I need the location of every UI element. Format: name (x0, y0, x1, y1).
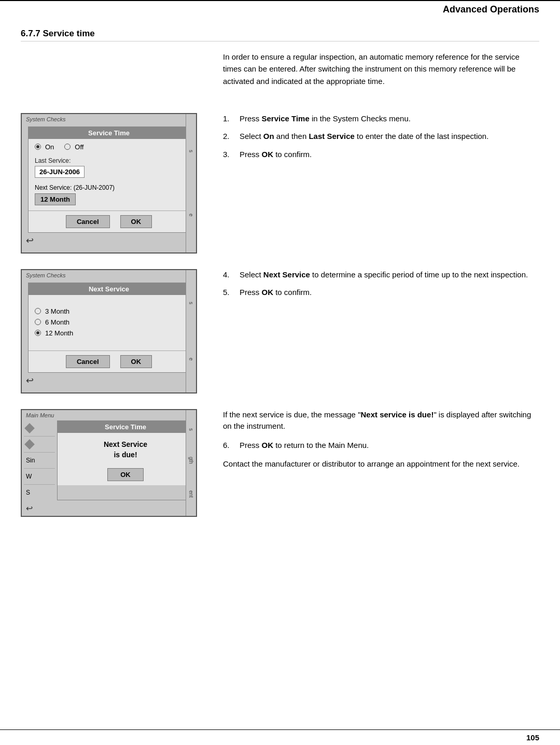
screen2-ok-btn[interactable]: OK (120, 355, 152, 368)
screen1-dialog: Service Time On (28, 126, 190, 233)
screen1-footer: Cancel OK (29, 210, 189, 232)
screen1-radio-row: On Off (35, 143, 183, 153)
screen1-back-arrow[interactable]: ↩ (26, 235, 34, 243)
header-title: Advanced Operations (443, 4, 539, 15)
screen2-radio1 (35, 308, 41, 314)
step2-text: Select On and then Last Service to enter… (240, 131, 539, 143)
screen1-on-label: On (45, 143, 54, 151)
screen1-ok-btn[interactable]: OK (120, 215, 152, 228)
screen2-footer: Cancel OK (29, 350, 189, 372)
screen3-strip-gth: gth (188, 457, 194, 464)
screen3-back-arrow[interactable]: ↩ (26, 503, 33, 513)
screen2-radio3 (35, 330, 41, 336)
step-3: 3. Press OK to confirm. (223, 149, 539, 161)
steps-1-3: 1. Press Service Time in the System Chec… (223, 113, 539, 167)
screen1-top-label: System Checks (26, 116, 65, 122)
screen2-topbar: System Checks (22, 270, 196, 279)
screen3-left-menu: Sin W S (24, 420, 55, 500)
screen3-row5: S (24, 485, 55, 500)
step6-num: 6. (223, 440, 235, 452)
screen2-wrapper: System Checks Next Service 3 Month (21, 269, 207, 393)
intro-paragraph: In order to ensure a regular inspection,… (223, 51, 539, 87)
screen1-month-btn[interactable]: 12 Month (35, 193, 76, 205)
screen2-option3[interactable]: 12 Month (35, 329, 183, 337)
step6-ok-bold: OK (262, 441, 274, 449)
screen2-top-label: System Checks (26, 272, 65, 278)
screen3-dialog-body: Next Service is due! OK (58, 433, 193, 485)
screen3-top-label: Main Menu (26, 412, 54, 418)
intro-text: In order to ensure a regular inspection,… (223, 51, 539, 97)
screen1-strip-char-s: s (188, 150, 194, 152)
step4-num: 4. (223, 269, 235, 281)
screen3-ok-btn[interactable]: OK (107, 468, 144, 481)
step-4: 4. Select Next Service to determine a sp… (223, 269, 539, 281)
screen1-month-btn-wrapper: 12 Month (35, 193, 183, 205)
screen1-mockup: System Checks Service Time On (21, 113, 197, 254)
screen1-last-service-label: Last Service: (35, 157, 183, 164)
screen2-body: 3 Month 6 Month 12 Month (29, 295, 189, 350)
screen3-strip-s: s (188, 428, 194, 431)
step3-num: 3. (223, 149, 235, 161)
screen1-radio-on-circle (35, 144, 41, 150)
screen2-dialog-title: Next Service (29, 283, 189, 295)
screen1-date-box[interactable]: 26-JUN-2006 (35, 166, 85, 178)
screen1-radio-on[interactable]: On (35, 143, 54, 151)
screen2-cancel-btn[interactable]: Cancel (66, 355, 110, 368)
screen3-topbar: Main Menu (22, 410, 196, 419)
step1-num: 1. (223, 113, 235, 125)
intro-row: In order to ensure a regular inspection,… (21, 51, 539, 97)
step3-bold: OK (262, 150, 274, 159)
screen2-bg: Next Service 3 Month 6 Mon (22, 279, 196, 392)
step1-text: Press Service Time in the System Checks … (240, 113, 539, 125)
screen3-dialog: Service Time Next Service is due! OK (57, 420, 194, 500)
step-6: 6. Press OK to return to the Main Menu. (223, 440, 539, 452)
screen3-right-strip: s gth ent (186, 410, 196, 516)
screen3-wrapper: Main Menu Sin (21, 409, 207, 517)
screen1-radio-off[interactable]: Off (64, 143, 83, 151)
screen1-nav-area: ↩ (26, 233, 192, 247)
content: 6.7.7 Service time In order to ensure a … (0, 18, 560, 564)
row-screen2: System Checks Next Service 3 Month (21, 269, 539, 393)
screen1-cancel-btn[interactable]: Cancel (66, 215, 110, 228)
screen1-container: System Checks Service Time On (21, 113, 207, 254)
screen3-footer: OK (58, 464, 193, 485)
screen3-dialog-title: Service Time (58, 421, 193, 433)
screen2-strip-char-e: e (188, 358, 194, 361)
screen3-diamond2 (24, 439, 35, 449)
step6-intro-text: If the next service is due, the message … (223, 409, 539, 432)
screen2-option2[interactable]: 6 Month (35, 318, 183, 326)
screen3-due-message: Next Service is due! (58, 433, 193, 464)
footer-page-number: 105 (526, 733, 539, 742)
screen1-strip-char-e: e (188, 214, 194, 217)
screen3-nav-area: ↩ ▶ (22, 501, 196, 516)
screen3-due-line1: Next Service (58, 440, 193, 448)
step6-text: Press OK to return to the Main Menu. (240, 440, 539, 452)
screen2-nav-area: ↩ (26, 373, 192, 387)
step1-bold: Service Time (262, 114, 310, 123)
screen3-due-line2: is due! (58, 451, 193, 459)
screen3-row3-text: Sin (26, 457, 35, 464)
step5-text: Press OK to confirm. (240, 287, 539, 299)
screen2-back-arrow[interactable]: ↩ (26, 375, 34, 383)
row-screen1: System Checks Service Time On (21, 113, 539, 254)
screen2-option1[interactable]: 3 Month (35, 307, 183, 315)
step3-text: Press OK to confirm. (240, 149, 539, 161)
step2-bold2: Last Service (309, 132, 354, 140)
screen3-strip-ent: ent (188, 490, 194, 498)
step5-num: 5. (223, 287, 235, 299)
screen1-right-strip: s e (186, 114, 196, 252)
screen1-body: On Off Last Service: 26-JUN-2006 (29, 139, 189, 210)
screen2-spacer (35, 299, 183, 304)
step6-bold: Next service is due! (360, 410, 433, 419)
screen1-dialog-title: Service Time (29, 127, 189, 139)
step5-bold: OK (262, 288, 274, 297)
row-screen3: Main Menu Sin (21, 409, 539, 517)
screen1-topbar: System Checks (22, 114, 196, 123)
screen1-radio-off-circle (64, 144, 71, 150)
step-2: 2. Select On and then Last Service to en… (223, 131, 539, 143)
screen3-row5-text: S (26, 489, 30, 496)
header: Advanced Operations (0, 0, 560, 18)
screen2-radio2 (35, 319, 41, 325)
screen3-mockup: Main Menu Sin (21, 409, 197, 517)
screen3-row3: Sin (24, 453, 55, 469)
